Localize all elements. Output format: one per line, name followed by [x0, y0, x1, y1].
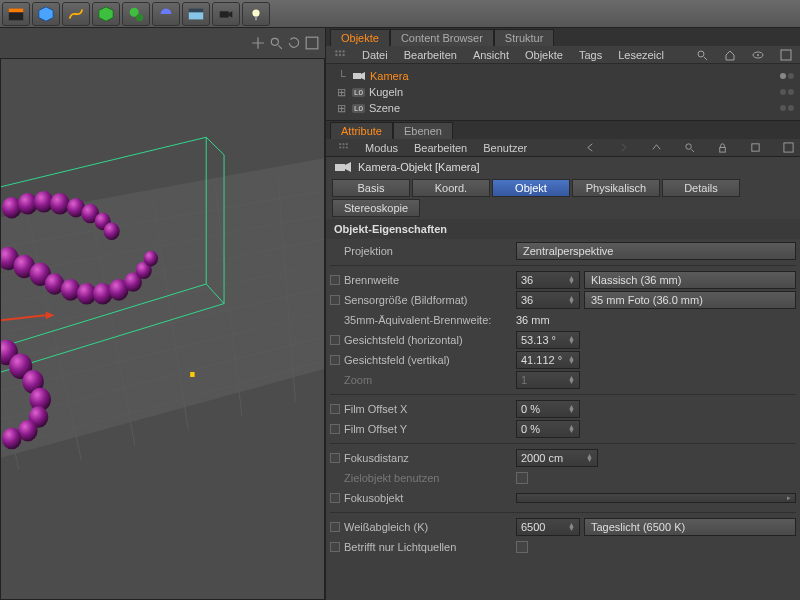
layer-badge: L0 — [352, 104, 365, 113]
menu-objekte[interactable]: Objekte — [525, 49, 563, 61]
tool-spline-icon[interactable] — [62, 2, 90, 26]
dropdown-projektion[interactable]: Zentralperspektive — [516, 242, 796, 260]
tab-objects[interactable]: Objekte — [330, 29, 390, 46]
tool-gears-icon[interactable] — [122, 2, 150, 26]
tool-environment-icon[interactable] — [182, 2, 210, 26]
input-wb[interactable]: 6500▲▼ — [516, 518, 580, 536]
key-checkbox[interactable] — [330, 275, 340, 285]
object-row-szene[interactable]: ⊞ L0 Szene — [332, 100, 794, 116]
svg-point-50 — [144, 251, 158, 267]
dock-icon[interactable] — [783, 142, 794, 153]
svg-rect-79 — [784, 143, 793, 152]
layer-badge: L0 — [352, 88, 365, 97]
checkbox-lichtquellen[interactable] — [516, 541, 528, 553]
dropdown-sensor[interactable]: 35 mm Foto (36.0 mm) — [584, 291, 796, 309]
subtab-basis[interactable]: Basis — [332, 179, 410, 197]
grip-icon[interactable] — [334, 49, 346, 61]
vp-zoom-icon[interactable] — [269, 36, 283, 50]
key-checkbox[interactable] — [330, 493, 340, 503]
vp-max-icon[interactable] — [305, 36, 319, 50]
input-foy[interactable]: 0 %▲▼ — [516, 420, 580, 438]
subtab-koord[interactable]: Koord. — [412, 179, 490, 197]
new-icon[interactable] — [750, 142, 761, 153]
input-fox[interactable]: 0 %▲▼ — [516, 400, 580, 418]
svg-rect-0 — [9, 12, 23, 20]
grip-icon[interactable] — [338, 142, 349, 153]
object-label: Kugeln — [369, 86, 776, 98]
tool-camera-icon[interactable] — [212, 2, 240, 26]
menu-modus[interactable]: Modus — [365, 142, 398, 154]
subtab-physikalisch[interactable]: Physikalisch — [572, 179, 660, 197]
object-row-kugeln[interactable]: ⊞ L0 Kugeln — [332, 84, 794, 100]
tab-content-browser[interactable]: Content Browser — [390, 29, 494, 46]
panel-tabs: Objekte Content Browser Struktur — [326, 28, 800, 46]
menu-datei[interactable]: Datei — [362, 49, 388, 61]
checkbox-zielobjekt — [516, 472, 528, 484]
home-icon[interactable] — [724, 49, 736, 61]
menu-bearbeiten[interactable]: Bearbeiten — [414, 142, 467, 154]
objects-menubar: Datei Bearbeiten Ansicht Objekte Tags Le… — [326, 46, 800, 64]
key-checkbox[interactable] — [330, 355, 340, 365]
menu-lesezeichen[interactable]: Lesezeicl — [618, 49, 664, 61]
tab-ebenen[interactable]: Ebenen — [393, 122, 453, 139]
key-checkbox[interactable] — [330, 542, 340, 552]
tool-clapper-icon[interactable] — [2, 2, 30, 26]
key-checkbox[interactable] — [330, 404, 340, 414]
svg-point-5 — [136, 14, 143, 21]
menu-ansicht[interactable]: Ansicht — [473, 49, 509, 61]
svg-rect-13 — [306, 37, 318, 49]
row-brennweite: Brennweite 36▲▼ Klassisch (36 mm) — [330, 270, 796, 290]
subtab-objekt[interactable]: Objekt — [492, 179, 570, 197]
eye-icon[interactable] — [752, 49, 764, 61]
object-row-kamera[interactable]: └ Kamera — [332, 68, 794, 84]
subtab-details[interactable]: Details — [662, 179, 740, 197]
key-checkbox[interactable] — [330, 335, 340, 345]
input-sensor[interactable]: 36▲▼ — [516, 291, 580, 309]
vp-rotate-icon[interactable] — [287, 36, 301, 50]
nav-back-icon[interactable] — [585, 142, 596, 153]
tool-cube-icon[interactable] — [32, 2, 60, 26]
camera-icon — [334, 161, 352, 173]
tab-attribute[interactable]: Attribute — [330, 122, 393, 139]
menu-tags[interactable]: Tags — [579, 49, 602, 61]
row-gfh: Gesichtsfeld (horizontal) 53.13 °▲▼ — [330, 330, 796, 350]
input-fokusdistanz[interactable]: 2000 cm▲▼ — [516, 449, 598, 467]
tool-generator-icon[interactable] — [92, 2, 120, 26]
tab-structure[interactable]: Struktur — [494, 29, 555, 46]
input-gfh[interactable]: 53.13 °▲▼ — [516, 331, 580, 349]
svg-point-61 — [335, 53, 337, 55]
tool-deformer-icon[interactable] — [152, 2, 180, 26]
key-checkbox[interactable] — [330, 522, 340, 532]
lock-icon[interactable] — [717, 142, 728, 153]
subtab-stereoskopie[interactable]: Stereoskopie — [332, 199, 420, 217]
vp-move-icon[interactable] — [251, 36, 265, 50]
input-fokusobjekt[interactable]: ▸ — [516, 493, 796, 503]
nav-up-icon[interactable] — [651, 142, 662, 153]
svg-marker-9 — [229, 11, 233, 17]
input-brennweite[interactable]: 36▲▼ — [516, 271, 580, 289]
tool-light-icon[interactable] — [242, 2, 270, 26]
svg-rect-8 — [220, 11, 229, 17]
svg-point-71 — [342, 143, 344, 145]
menu-benutzer[interactable]: Benutzer — [483, 142, 527, 154]
key-checkbox[interactable] — [330, 453, 340, 463]
dropdown-brennweite[interactable]: Klassisch (36 mm) — [584, 271, 796, 289]
main-toolbar — [0, 0, 800, 28]
key-checkbox[interactable] — [330, 295, 340, 305]
properties-panel: Projektion Zentralperspektive Brennweite… — [326, 239, 800, 567]
input-gfv[interactable]: 41.112 °▲▼ — [516, 351, 580, 369]
3d-viewport[interactable] — [0, 58, 325, 600]
search-icon[interactable] — [684, 142, 695, 153]
search-icon[interactable] — [696, 49, 708, 61]
dock-icon[interactable] — [780, 49, 792, 61]
svg-point-64 — [698, 51, 704, 57]
svg-point-10 — [252, 9, 259, 16]
menu-bearbeiten[interactable]: Bearbeiten — [404, 49, 457, 61]
nav-fwd-icon[interactable] — [618, 142, 629, 153]
svg-rect-78 — [752, 144, 759, 151]
svg-rect-11 — [255, 16, 257, 20]
row-gfv: Gesichtsfeld (vertikal) 41.112 °▲▼ — [330, 350, 796, 370]
dropdown-wb[interactable]: Tageslicht (6500 K) — [584, 518, 796, 536]
key-checkbox[interactable] — [330, 424, 340, 434]
row-film-offset-y: Film Offset Y 0 %▲▼ — [330, 419, 796, 439]
